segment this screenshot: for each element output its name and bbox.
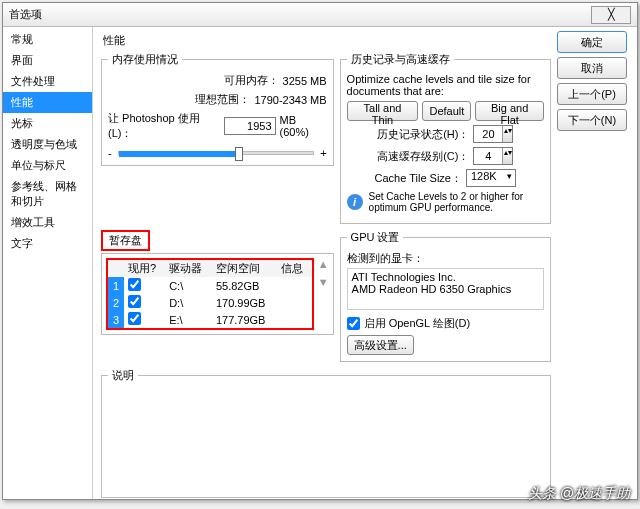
big-flat-button[interactable]: Big and Flat: [475, 101, 544, 121]
sidebar-item-general[interactable]: 常规: [3, 29, 92, 50]
col-free: 空闲空间: [212, 260, 278, 277]
gpu-vendor: ATI Technologies Inc.: [352, 271, 539, 283]
slider-thumb[interactable]: [235, 147, 243, 161]
memory-slider[interactable]: [118, 151, 314, 155]
description-group: 说明: [101, 368, 551, 498]
disk-checkbox[interactable]: [128, 295, 141, 308]
close-icon[interactable]: ╳: [591, 6, 631, 24]
disk-checkbox[interactable]: [128, 312, 141, 325]
table-row[interactable]: 3 E:\ 177.79GB: [108, 311, 312, 328]
col-drive: 驱动器: [165, 260, 212, 277]
panel-title: 性能: [101, 31, 551, 52]
sidebar-item-cursors[interactable]: 光标: [3, 113, 92, 134]
history-cache-group: 历史记录与高速缓存 Optimize cache levels and tile…: [340, 52, 551, 224]
sidebar-item-filehandling[interactable]: 文件处理: [3, 71, 92, 92]
sidebar-item-interface[interactable]: 界面: [3, 50, 92, 71]
opengl-label: 启用 OpenGL 绘图(D): [364, 316, 471, 331]
ps-usage-input[interactable]: [224, 117, 276, 135]
table-header-row: 现用? 驱动器 空闲空间 信息: [108, 260, 312, 277]
avail-mem-label: 可用内存：: [224, 73, 279, 88]
tile-size-dropdown[interactable]: 128K: [466, 169, 516, 187]
detected-gpu-label: 检测到的显卡：: [347, 251, 544, 266]
scratch-legend: 暂存盘: [101, 230, 150, 251]
description-legend: 说明: [108, 368, 138, 383]
cancel-button[interactable]: 取消: [557, 57, 627, 79]
opengl-checkbox[interactable]: [347, 317, 360, 330]
scratch-disk-table: 现用? 驱动器 空闲空间 信息 1 C:\: [108, 260, 312, 328]
ps-usage-label: 让 Photoshop 使用(L)：: [108, 111, 220, 141]
gpu-legend: GPU 设置: [347, 230, 404, 245]
slider-minus[interactable]: -: [108, 147, 112, 159]
sidebar-item-units[interactable]: 单位与标尺: [3, 155, 92, 176]
window-title: 首选项: [9, 7, 587, 22]
sidebar-item-plugins[interactable]: 增效工具: [3, 212, 92, 233]
avail-mem-value: 3255 MB: [283, 75, 327, 87]
sidebar-item-guides[interactable]: 参考线、网格和切片: [3, 176, 92, 212]
next-button[interactable]: 下一个(N): [557, 109, 627, 131]
sidebar-item-transparency[interactable]: 透明度与色域: [3, 134, 92, 155]
preferences-window: 首选项 ╳ 常规 界面 文件处理 性能 光标 透明度与色域 单位与标尺 参考线、…: [2, 2, 638, 500]
cache-hint: Set Cache Levels to 2 or higher for opti…: [369, 191, 544, 213]
main-panel: 性能 内存使用情况 可用内存： 3255 MB 理想范围： 1790-2343 …: [93, 27, 557, 499]
scratch-disk-group: 现用? 驱动器 空闲空间 信息 1 C:\: [101, 253, 334, 335]
info-icon: i: [347, 194, 363, 210]
ideal-range-label: 理想范围：: [195, 92, 250, 107]
history-states-spinner[interactable]: ▴▾: [473, 125, 513, 143]
ps-usage-unit: MB (60%): [280, 114, 327, 138]
default-button[interactable]: Default: [422, 101, 471, 121]
memory-legend: 内存使用情况: [108, 52, 182, 67]
history-legend: 历史记录与高速缓存: [347, 52, 454, 67]
ideal-range-value: 1790-2343 MB: [254, 94, 326, 106]
cache-levels-label: 高速缓存级别(C)：: [377, 149, 469, 164]
move-down-icon[interactable]: ▼: [318, 276, 329, 288]
slider-plus[interactable]: +: [320, 147, 326, 159]
cache-levels-spinner[interactable]: ▴▾: [473, 147, 513, 165]
prev-button[interactable]: 上一个(P): [557, 83, 627, 105]
history-states-label: 历史记录状态(H)：: [377, 127, 469, 142]
gpu-card: AMD Radeon HD 6350 Graphics: [352, 283, 539, 295]
dialog-buttons: 确定 取消 上一个(P) 下一个(N): [557, 27, 637, 499]
sidebar-item-performance[interactable]: 性能: [3, 92, 92, 113]
sidebar-item-type[interactable]: 文字: [3, 233, 92, 254]
table-row[interactable]: 1 C:\ 55.82GB: [108, 277, 312, 294]
disk-checkbox[interactable]: [128, 278, 141, 291]
col-active: 现用?: [124, 260, 165, 277]
ok-button[interactable]: 确定: [557, 31, 627, 53]
tall-thin-button[interactable]: Tall and Thin: [347, 101, 419, 121]
titlebar[interactable]: 首选项 ╳: [3, 3, 637, 27]
move-up-icon[interactable]: ▲: [318, 258, 329, 270]
tile-size-label: Cache Tile Size：: [375, 171, 462, 186]
col-info: 信息: [277, 260, 311, 277]
table-row[interactable]: 2 D:\ 170.99GB: [108, 294, 312, 311]
advanced-settings-button[interactable]: 高级设置...: [347, 335, 414, 355]
gpu-group: GPU 设置 检测到的显卡： ATI Technologies Inc. AMD…: [340, 230, 551, 362]
cache-desc: Optimize cache levels and tile size for …: [347, 73, 544, 97]
memory-group: 内存使用情况 可用内存： 3255 MB 理想范围： 1790-2343 MB …: [101, 52, 334, 166]
watermark: 头条 @极速手助: [528, 485, 630, 503]
category-sidebar: 常规 界面 文件处理 性能 光标 透明度与色域 单位与标尺 参考线、网格和切片 …: [3, 27, 93, 499]
